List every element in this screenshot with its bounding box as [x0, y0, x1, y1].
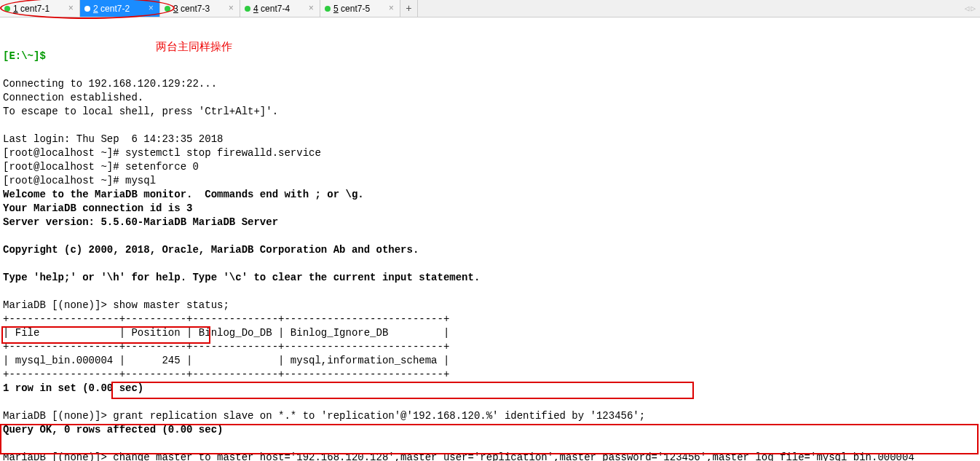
terminal-line: To escape to local shell, press 'Ctrl+Al… [3, 106, 278, 117]
tab-label: 1 cent7-1 [13, 4, 50, 14]
terminal-line: +------------------+----------+---------… [3, 341, 449, 352]
terminal-line: +------------------+----------+---------… [3, 369, 449, 380]
terminal-line: [root@localhost ~]# mysql [3, 175, 156, 186]
close-icon[interactable]: × [307, 4, 315, 14]
terminal-line: Welcome to the MariaDB monitor. Commands… [3, 189, 364, 200]
tab-cent7-1[interactable]: 1 cent7-1 × [0, 0, 80, 17]
terminal-line: 1 row in set (0.00 sec) [3, 382, 143, 394]
nav-left-icon[interactable]: ◁ [965, 4, 970, 13]
terminal-line: MariaDB [(none)]> show master status; [3, 299, 229, 311]
close-icon[interactable]: × [387, 4, 395, 14]
status-dot-icon [245, 6, 250, 12]
tab-label: 4 cent7-4 [253, 4, 290, 14]
terminal-line: Type 'help;' or '\h' for help. Type '\c'… [3, 272, 480, 283]
close-icon[interactable]: × [227, 4, 235, 14]
terminal-line: Copyright (c) 2000, 2018, Oracle, MariaD… [3, 244, 419, 256]
tab-cent7-3[interactable]: 3 cent7-3 × [160, 0, 240, 17]
tab-cent7-4[interactable]: 4 cent7-4 × [240, 0, 320, 17]
shell-prompt: [E:\~]$ [3, 50, 46, 62]
status-dot-icon [4, 6, 10, 12]
annotation-box-grant [111, 382, 694, 399]
tab-nav: ◁ ▷ [965, 4, 980, 13]
tab-label: 5 cent7-5 [333, 4, 370, 14]
status-dot-icon [325, 6, 331, 12]
close-icon[interactable]: × [147, 4, 155, 14]
terminal-line: [root@localhost ~]# systemctl stop firew… [3, 147, 321, 159]
terminal-line: MariaDB [(none)]> change master to maste… [3, 452, 914, 461]
terminal-output[interactable]: 两台主同样操作 [E:\~]$ Connecting to 192.168.12… [0, 17, 980, 461]
terminal-line: [root@localhost ~]# setenforce 0 [3, 161, 199, 173]
terminal-line: Query OK, 0 rows affected (0.00 sec) [3, 424, 223, 436]
tab-cent7-2[interactable]: 2 cent7-2 × [80, 0, 160, 17]
terminal-line: | mysql_bin.000004 | 245 | | mysql,infor… [3, 355, 449, 366]
terminal-line: Server version: 5.5.60-MariaDB MariaDB S… [3, 216, 278, 228]
terminal-line: Connecting to 192.168.120.129:22... [3, 78, 217, 90]
tab-label: 2 cent7-2 [93, 4, 130, 14]
nav-right-icon[interactable]: ▷ [971, 4, 976, 13]
add-tab-button[interactable]: + [400, 0, 418, 17]
annotation-text: 两台主同样操作 [156, 39, 232, 53]
status-dot-icon [165, 6, 170, 12]
status-dot-icon [84, 6, 90, 12]
close-icon[interactable]: × [67, 4, 75, 14]
terminal-line: | File | Position | Binlog_Do_DB | Binlo… [3, 327, 449, 339]
terminal-line: MariaDB [(none)]> grant replication slav… [3, 410, 645, 422]
tab-cent7-5[interactable]: 5 cent7-5 × [320, 0, 400, 17]
terminal-line: Last login: Thu Sep 6 14:23:35 2018 [3, 133, 223, 145]
tab-label: 3 cent7-3 [173, 4, 210, 14]
terminal-line: +------------------+----------+---------… [3, 313, 449, 325]
terminal-line: Your MariaDB connection id is 3 [3, 202, 192, 214]
terminal-line: Connection established. [3, 92, 143, 103]
tab-bar: 1 cent7-1 × 2 cent7-2 × 3 cent7-3 × 4 ce… [0, 0, 980, 17]
